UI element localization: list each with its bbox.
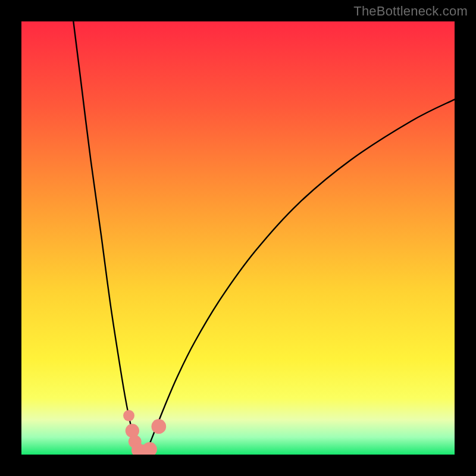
data-marker bbox=[142, 442, 157, 455]
outer-frame: TheBottleneck.com bbox=[0, 0, 476, 476]
plot-area bbox=[21, 21, 455, 455]
data-marker bbox=[123, 410, 134, 421]
curve-right bbox=[146, 99, 455, 451]
watermark-text: TheBottleneck.com bbox=[353, 4, 468, 19]
chart-svg bbox=[21, 21, 455, 455]
curve-left bbox=[73, 21, 139, 451]
data-marker bbox=[151, 419, 166, 434]
